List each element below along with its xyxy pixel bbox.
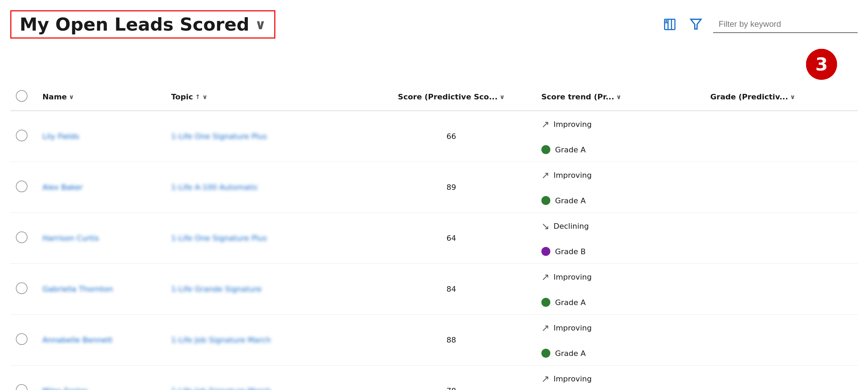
row-grade-4: Grade A xyxy=(536,341,705,365)
grade-dot-2 xyxy=(541,247,550,256)
row-checkbox-cell xyxy=(10,162,37,213)
grade-label-4: Grade A xyxy=(555,349,586,358)
row-grade-1: Grade A xyxy=(536,188,705,213)
col-header-topic[interactable]: Topic ↑ ∨ xyxy=(166,83,367,111)
row-topic-2[interactable]: 1-Life One Signature Plus xyxy=(166,213,367,264)
table-row: Harrison Curtis 1-Life One Signature Plu… xyxy=(10,213,858,264)
trend-arrow-icon-4: ↗ xyxy=(541,322,549,334)
table-row: Annabelle Bennett 1-Life Job Signature M… xyxy=(10,315,858,366)
row-grade-3: Grade A xyxy=(536,290,705,314)
row-trend-0: ↗ Improving xyxy=(536,111,705,138)
row-checkbox-cell xyxy=(10,264,37,315)
trend-arrow-icon-0: ↗ xyxy=(541,119,549,130)
view-title-button[interactable]: My Open Leads Scored ∨ xyxy=(10,10,275,39)
edit-columns-button[interactable] xyxy=(661,15,679,33)
row-trend-4: ↗ Improving xyxy=(536,315,705,341)
table-row: Lily Fields 1-Life One Signature Plus 66… xyxy=(10,111,858,162)
row-name-0[interactable]: Lily Fields xyxy=(37,111,166,162)
col-header-grade[interactable]: Grade (Predictiv... ∨ xyxy=(705,83,858,111)
trend-arrow-icon-5: ↗ xyxy=(541,373,549,384)
table-header-row: Name ∨ Topic ↑ ∨ Score (Predictive Sco..… xyxy=(10,83,858,111)
trend-sort-icon[interactable]: ∨ xyxy=(616,93,621,100)
trend-label-5: Improving xyxy=(553,375,592,383)
row-checkbox-cell xyxy=(10,366,37,390)
grade-label-2: Grade B xyxy=(555,247,586,256)
annotation-bubble-3: 3 xyxy=(806,49,837,80)
header: My Open Leads Scored ∨ xyxy=(10,7,858,45)
row-checkbox-2[interactable] xyxy=(16,231,28,243)
row-grade-0: Grade A xyxy=(536,138,705,162)
col-header-checkbox xyxy=(10,83,37,111)
row-checkbox-0[interactable] xyxy=(16,130,28,141)
trend-arrow-icon-3: ↗ xyxy=(541,271,549,283)
table-row: Miles Foster 1-Life Job Signature March … xyxy=(10,366,858,390)
title-section: My Open Leads Scored ∨ xyxy=(10,10,275,39)
row-checkbox-3[interactable] xyxy=(16,282,28,294)
row-grade-2: Grade B xyxy=(536,239,705,263)
col-header-name[interactable]: Name ∨ xyxy=(37,83,166,111)
row-trend-2: ↘ Declining xyxy=(536,213,705,239)
row-checkbox-4[interactable] xyxy=(16,333,28,345)
row-name-4[interactable]: Annabelle Bennett xyxy=(37,315,166,366)
col-header-score[interactable]: Score (Predictive Sco... ∨ xyxy=(367,83,536,111)
row-name-2[interactable]: Harrison Curtis xyxy=(37,213,166,264)
grade-dot-3 xyxy=(541,298,550,307)
trend-label-4: Improving xyxy=(553,324,592,332)
filter-button[interactable] xyxy=(687,15,705,33)
row-topic-4[interactable]: 1-Life Job Signature March xyxy=(166,315,367,366)
row-trend-1: ↗ Improving xyxy=(536,162,705,188)
page-container: My Open Leads Scored ∨ xyxy=(0,0,868,390)
row-score-1: 89 xyxy=(367,162,536,213)
header-actions xyxy=(661,15,858,33)
name-sort-icon[interactable]: ∨ xyxy=(69,93,74,100)
score-sort-icon[interactable]: ∨ xyxy=(500,93,505,100)
trend-label-1: Improving xyxy=(553,171,592,180)
table-row: Alex Baker 1-Life A-100 Automatic 89 ↗ I… xyxy=(10,162,858,213)
filter-icon xyxy=(689,18,703,31)
row-score-0: 66 xyxy=(367,111,536,162)
row-topic-1[interactable]: 1-Life A-100 Automatic xyxy=(166,162,367,213)
grade-dot-1 xyxy=(541,196,550,205)
row-checkbox-cell xyxy=(10,315,37,366)
trend-label-2: Declining xyxy=(553,222,589,230)
row-score-4: 88 xyxy=(367,315,536,366)
trend-label-0: Improving xyxy=(553,120,592,129)
leads-table: Name ∨ Topic ↑ ∨ Score (Predictive Sco..… xyxy=(10,83,858,390)
edit-columns-icon xyxy=(663,18,677,31)
chevron-down-icon: ∨ xyxy=(255,17,266,32)
row-topic-5[interactable]: 1-Life Job Signature March xyxy=(166,366,367,390)
select-all-checkbox[interactable] xyxy=(16,90,28,102)
grade-label-0: Grade A xyxy=(555,145,586,154)
grade-sort-icon[interactable]: ∨ xyxy=(790,93,795,100)
row-name-5[interactable]: Miles Foster xyxy=(37,366,166,390)
grade-dot-4 xyxy=(541,349,550,358)
row-score-5: 78 xyxy=(367,366,536,390)
row-checkbox-5[interactable] xyxy=(16,384,28,390)
grade-label-3: Grade A xyxy=(555,298,586,307)
svg-point-4 xyxy=(666,20,667,22)
col-header-trend[interactable]: Score trend (Pr... ∨ xyxy=(536,83,705,111)
row-checkbox-1[interactable] xyxy=(16,181,28,192)
topic-sort-icon[interactable]: ↑ ∨ xyxy=(195,93,208,100)
grade-dot-0 xyxy=(541,145,550,154)
table-row: Gabriella Thornton 1-Life Grande Signatu… xyxy=(10,264,858,315)
keyword-filter-input[interactable] xyxy=(713,16,858,33)
leads-table-wrapper: Name ∨ Topic ↑ ∨ Score (Predictive Sco..… xyxy=(10,83,858,390)
row-topic-3[interactable]: 1-Life Grande Signature xyxy=(166,264,367,315)
svg-marker-5 xyxy=(691,19,701,29)
row-name-1[interactable]: Alex Baker xyxy=(37,162,166,213)
row-trend-3: ↗ Improving xyxy=(536,264,705,290)
trend-arrow-icon-2: ↘ xyxy=(541,220,549,232)
trend-arrow-icon-1: ↗ xyxy=(541,170,549,181)
row-topic-0[interactable]: 1-Life One Signature Plus xyxy=(166,111,367,162)
row-name-3[interactable]: Gabriella Thornton xyxy=(37,264,166,315)
row-trend-5: ↗ Improving xyxy=(536,366,705,390)
view-title-text: My Open Leads Scored xyxy=(20,14,249,35)
row-checkbox-cell xyxy=(10,213,37,264)
annotation-row: 1 2 3 xyxy=(10,45,858,83)
row-score-2: 64 xyxy=(367,213,536,264)
row-checkbox-cell xyxy=(10,111,37,162)
row-score-3: 84 xyxy=(367,264,536,315)
grade-label-1: Grade A xyxy=(555,196,586,205)
trend-label-3: Improving xyxy=(553,273,592,281)
